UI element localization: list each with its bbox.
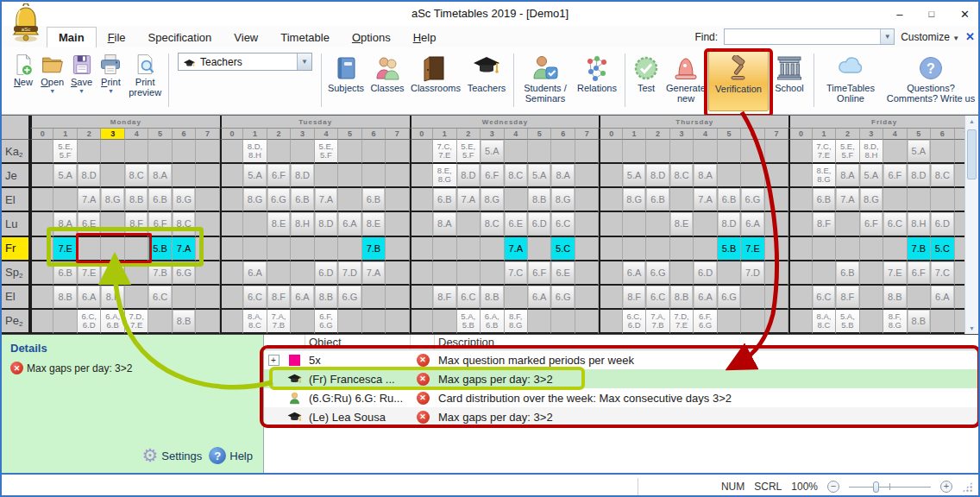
timetable-cell[interactable]: 7.B — [908, 237, 931, 261]
timetable-cell[interactable] — [670, 140, 694, 164]
timetable-cell[interactable] — [718, 261, 741, 286]
timetable-cell[interactable]: 8.G — [551, 188, 575, 212]
timetable-cell[interactable] — [599, 188, 622, 212]
timetable-cell[interactable]: 6.B — [836, 261, 859, 286]
timetable-cell[interactable] — [694, 140, 717, 164]
dropdown-arrow-icon[interactable]: ▼ — [79, 88, 85, 94]
timetable-cell[interactable] — [575, 261, 599, 286]
timetable-cell[interactable]: 6.E — [505, 212, 528, 236]
students-seminars-button[interactable]: Students / Seminars — [518, 51, 573, 111]
menu-tab-main[interactable]: Main — [47, 27, 97, 47]
timetable-cell[interactable] — [765, 164, 788, 188]
hour-header-tuesday-6[interactable]: 6 — [362, 129, 386, 140]
timetable-cell[interactable] — [575, 140, 599, 164]
timetable-cell[interactable] — [386, 261, 409, 286]
timetable-cell[interactable] — [623, 237, 646, 261]
timetable-cell[interactable] — [410, 286, 433, 310]
timetable-cell[interactable] — [315, 237, 338, 261]
timetable-cell[interactable]: 8.D — [78, 164, 101, 188]
timetable-cell[interactable]: 6.A — [528, 286, 551, 310]
timetable-cell[interactable] — [386, 212, 409, 236]
timetable-cell[interactable]: 5.C — [931, 237, 954, 261]
timetable-cell[interactable] — [410, 261, 433, 286]
help-button[interactable]: ? Help — [209, 447, 253, 464]
timetable-cell[interactable] — [243, 212, 267, 236]
timetable-cell[interactable] — [410, 188, 433, 212]
timetable-cell[interactable]: 6.F — [267, 164, 291, 188]
hour-header-tuesday-7[interactable]: 7 — [386, 129, 409, 140]
timetable-cell[interactable] — [860, 286, 883, 310]
timetable-cell[interactable] — [291, 261, 314, 286]
teacher-row-label-fr-4[interactable]: Fr — [2, 237, 30, 261]
hour-header-wednesday-4[interactable]: 4 — [505, 129, 528, 140]
timetable-cell[interactable] — [528, 310, 551, 334]
timetable-cell[interactable] — [788, 286, 812, 310]
timetable-cell[interactable] — [883, 140, 907, 164]
timetable-cell[interactable]: 6.C — [883, 212, 907, 236]
menu-tab-view[interactable]: View — [223, 28, 269, 47]
timetable-cell[interactable] — [599, 140, 622, 164]
timetable-cell[interactable] — [220, 164, 243, 188]
timetable-cell[interactable]: 8.C — [670, 164, 694, 188]
timetable-cell[interactable]: 8.D — [315, 212, 338, 236]
timetable-cell[interactable] — [30, 188, 53, 212]
timetable-cell[interactable]: 5.A — [623, 164, 646, 188]
timetable-cell[interactable] — [528, 237, 551, 261]
zoom-slider-thumb[interactable] — [873, 481, 879, 493]
maximize-button[interactable]: □ — [928, 9, 934, 19]
timetable-cell[interactable] — [196, 140, 219, 164]
timetable-cell[interactable]: 6.C — [813, 286, 836, 310]
timetable-cell[interactable] — [528, 140, 551, 164]
timetable-cell[interactable] — [338, 237, 361, 261]
resize-grip[interactable] — [962, 481, 973, 493]
timetable-cell[interactable] — [410, 310, 433, 334]
timetable-cell[interactable]: 7.E — [741, 237, 764, 261]
timetable-cell[interactable]: 8.B — [125, 188, 148, 212]
timetable-cell[interactable]: 8.A — [836, 164, 859, 188]
timetable-cell[interactable] — [788, 237, 812, 261]
teachers-button[interactable]: Teachers — [463, 51, 510, 111]
dropdown-arrow-icon[interactable]: ▼ — [49, 88, 55, 94]
timetable-cell[interactable] — [267, 261, 291, 286]
classes-button[interactable]: Classes — [367, 51, 408, 111]
timetable-cell[interactable]: 6.F,6.G — [694, 310, 717, 334]
timetable-cell[interactable]: 8.H — [291, 212, 314, 236]
timetable-cell[interactable] — [362, 164, 386, 188]
timetable-cell[interactable]: 8.A — [53, 212, 77, 236]
timetable-cell[interactable]: 5.A,5.B — [836, 310, 859, 334]
timetable-cell[interactable]: 6.G — [741, 188, 764, 212]
timetable-cell[interactable] — [78, 237, 101, 261]
timetable-cell[interactable]: 6.C — [457, 286, 481, 310]
hour-header-wednesday-6[interactable]: 6 — [551, 129, 575, 140]
timetable-cell[interactable]: 6.C — [148, 286, 172, 310]
classrooms-button[interactable]: Classrooms — [408, 51, 463, 111]
timetable-cell[interactable]: 8.F — [813, 212, 836, 236]
timetable-cell[interactable] — [30, 140, 53, 164]
timetable-cell[interactable]: 5.E,5.F — [836, 140, 859, 164]
timetable-cell[interactable]: 5.A — [908, 140, 931, 164]
hour-header-wednesday-5[interactable]: 5 — [528, 129, 551, 140]
timetable-cell[interactable] — [101, 212, 124, 236]
timetable-cell[interactable] — [551, 310, 575, 334]
timetable-cell[interactable]: 6.B — [53, 261, 77, 286]
timetable-cell[interactable]: 6.G — [173, 261, 196, 286]
timetable-cell[interactable]: 6.F — [908, 261, 931, 286]
timetable-cell[interactable]: 6.D — [315, 261, 338, 286]
timetable-cell[interactable] — [386, 237, 409, 261]
ribbon-close-icon[interactable]: ✕ — [965, 30, 975, 43]
hour-header-thursday-1[interactable]: 1 — [623, 129, 646, 140]
timetable-cell[interactable]: 6.F — [528, 261, 551, 286]
timetable-cell[interactable] — [741, 140, 764, 164]
timetable-cell[interactable] — [220, 212, 243, 236]
timetable-cell[interactable] — [125, 261, 148, 286]
timetable-cell[interactable]: 6.A — [243, 261, 267, 286]
timetable-cell[interactable] — [386, 140, 409, 164]
hour-header-friday-1[interactable]: 1 — [813, 129, 836, 140]
timetable-cell[interactable] — [575, 188, 599, 212]
timetable-cell[interactable] — [386, 164, 409, 188]
minimize-button[interactable]: – — [896, 8, 902, 21]
timetable-cell[interactable]: 8.D — [908, 164, 931, 188]
timetable-cell[interactable] — [623, 212, 646, 236]
timetable-cell[interactable] — [670, 237, 694, 261]
timetable-cell[interactable] — [386, 310, 409, 334]
